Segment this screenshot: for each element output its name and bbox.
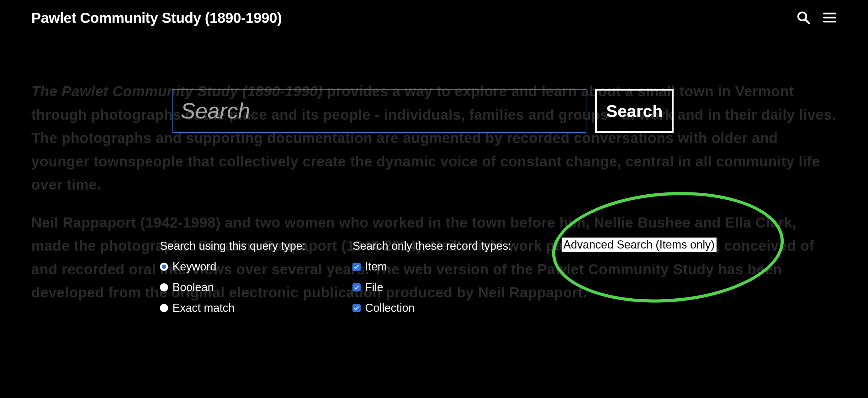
query-option-exact[interactable]: Exact match: [160, 301, 305, 314]
search-overlay: Search Search using this query type: Key…: [31, 79, 837, 322]
header-controls: [797, 11, 837, 25]
site-header: Pawlet Community Study (1890-1990): [0, 0, 868, 36]
checkbox-icon: [352, 263, 361, 271]
radio-label: Exact match: [173, 301, 235, 314]
query-option-boolean[interactable]: Boolean: [160, 281, 305, 294]
svg-line-1: [805, 20, 809, 23]
record-option-item[interactable]: Item: [352, 260, 511, 273]
search-row: Search: [173, 89, 837, 133]
query-type-group: Search using this query type: Keyword Bo…: [160, 239, 305, 322]
hamburger-icon: [823, 11, 837, 25]
search-options: Search using this query type: Keyword Bo…: [160, 239, 837, 322]
main-content: The Pawlet Community Study (1890-1990) p…: [0, 36, 868, 322]
query-option-keyword[interactable]: Keyword: [160, 260, 305, 273]
advanced-search-wrap: Advanced Search (Items only): [562, 238, 717, 322]
record-option-collection[interactable]: Collection: [352, 301, 511, 314]
checkbox-label: Item: [365, 260, 387, 273]
record-type-options: Item File Collection: [352, 260, 511, 314]
search-button[interactable]: Search: [595, 89, 674, 133]
checkbox-label: Collection: [365, 301, 414, 314]
record-type-group: Search only these record types: Item Fil…: [352, 239, 511, 322]
query-type-label: Search using this query type:: [160, 239, 305, 253]
checkbox-label: File: [365, 281, 383, 294]
radio-icon: [160, 304, 168, 312]
advanced-search-link[interactable]: Advanced Search (Items only): [562, 237, 717, 252]
site-title[interactable]: Pawlet Community Study (1890-1990): [31, 9, 282, 26]
radio-icon: [160, 283, 168, 292]
search-icon-button[interactable]: [797, 11, 810, 25]
checkbox-icon: [352, 304, 361, 312]
record-option-file[interactable]: File: [352, 281, 511, 294]
record-type-label: Search only these record types:: [352, 239, 511, 253]
search-icon: [797, 11, 810, 25]
radio-label: Keyword: [173, 260, 216, 273]
query-type-options: Keyword Boolean Exact match: [160, 260, 305, 314]
search-input[interactable]: [173, 89, 586, 133]
radio-icon: [160, 263, 168, 271]
menu-button[interactable]: [823, 11, 837, 25]
radio-label: Boolean: [173, 281, 214, 294]
checkbox-icon: [352, 283, 361, 292]
